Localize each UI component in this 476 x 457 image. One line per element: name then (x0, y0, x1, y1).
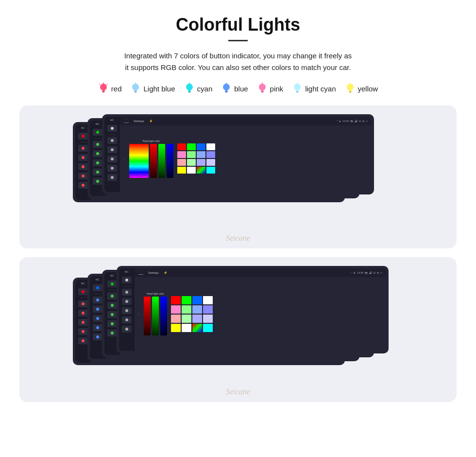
svg-rect-24 (296, 91, 299, 92)
color-item-lightcyan: light cyan (292, 82, 336, 95)
color-label-lightcyan: light cyan (305, 85, 336, 93)
svg-rect-8 (135, 91, 137, 92)
svg-rect-1 (102, 90, 105, 91)
color-label-yellow: yellow (358, 85, 378, 93)
svg-rect-2 (102, 91, 104, 92)
svg-rect-16 (225, 91, 228, 92)
title-divider (228, 40, 248, 41)
svg-point-6 (132, 84, 139, 90)
page-wrapper: Colorful Lights Integrated with 7 colors… (0, 0, 476, 425)
top-device-1: MC Settings (102, 114, 374, 194)
svg-rect-12 (188, 91, 190, 92)
bulb-icon-red (98, 82, 109, 95)
svg-point-26 (347, 84, 354, 90)
bulb-icon-lightcyan (292, 82, 303, 95)
bulb-icon-blue (221, 82, 232, 95)
svg-rect-15 (225, 90, 228, 91)
color-item-yellow: yellow (345, 82, 378, 95)
svg-rect-11 (188, 90, 191, 91)
bottom-screen-group: MC Setting (19, 257, 457, 402)
svg-rect-23 (296, 90, 299, 91)
color-label-cyan: cyan (197, 85, 213, 93)
color-label-lightblue: Light blue (143, 85, 175, 93)
svg-rect-20 (261, 91, 263, 92)
svg-point-14 (223, 84, 230, 90)
color-label-red: red (111, 85, 122, 93)
bulb-icon-cyan (184, 82, 195, 95)
description: Integrated with 7 colors of button indic… (19, 50, 457, 73)
svg-point-0 (100, 84, 107, 90)
svg-rect-19 (261, 90, 264, 91)
svg-point-22 (294, 84, 301, 90)
color-item-cyan: cyan (184, 82, 213, 95)
color-item-lightblue: Light blue (130, 82, 175, 95)
svg-rect-7 (134, 90, 137, 91)
svg-point-18 (259, 84, 266, 90)
bottom-device-1: MC Settings (117, 266, 389, 353)
watermark-bottom: Seicane (226, 387, 250, 396)
color-label-blue: blue (234, 85, 248, 93)
svg-line-4 (99, 84, 100, 85)
color-item-red: red (98, 82, 122, 95)
bulb-icon-pink (257, 82, 268, 95)
svg-rect-27 (349, 90, 352, 91)
bottom-row: MC Setting (29, 266, 447, 387)
color-item-blue: blue (221, 82, 248, 95)
page-title: Colorful Lights (19, 15, 457, 35)
svg-point-10 (186, 84, 193, 90)
top-screen-group: MC Settings (19, 105, 457, 248)
svg-line-5 (107, 84, 108, 85)
color-legend: red Light blue (19, 82, 457, 95)
bulb-icon-lightblue (130, 82, 141, 95)
color-item-pink: pink (257, 82, 284, 95)
color-label-pink: pink (270, 85, 284, 93)
top-row: MC Settings (29, 114, 447, 226)
bulb-icon-yellow (345, 82, 356, 95)
watermark-top: Seicane (226, 234, 250, 243)
svg-rect-28 (349, 91, 351, 92)
